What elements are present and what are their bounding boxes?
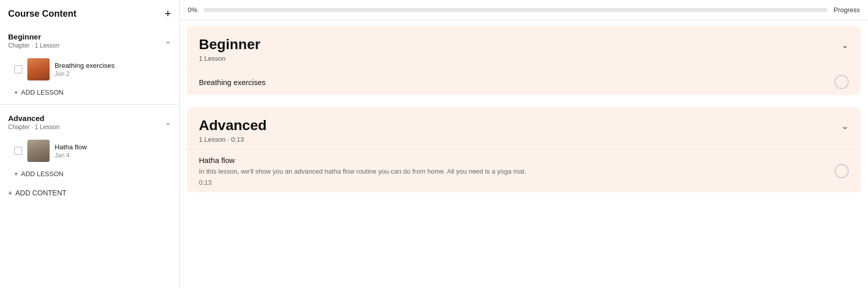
chapter-beginner-header[interactable]: Beginner Chapter · 1 Lesson ⌄ [0,27,179,54]
lesson-row-duration-hatha: 0:13 [199,179,835,186]
lesson-checkbox-hatha[interactable] [14,147,22,155]
plus-icon: + [14,89,18,96]
progress-bar-container: 0% Progress [180,0,868,20]
chapter-advanced-header[interactable]: Advanced Chapter · 1 Lesson ⌄ [0,109,179,136]
section-advanced-title: Advanced [199,117,267,134]
add-lesson-beginner-label: ADD LESSON [21,89,64,96]
section-beginner-title: Beginner [199,36,260,53]
lesson-complete-button-hatha[interactable] [835,164,849,178]
progress-label-text: Progress [834,6,860,14]
add-lesson-advanced-label: ADD LESSON [21,170,64,178]
lesson-row-breathing: Breathing exercises [187,68,861,95]
sidebar-title: Course Content [8,9,76,19]
lesson-thumb-hatha [27,140,50,162]
chevron-down-icon: ⌄ [841,120,849,132]
section-card-beginner: Beginner 1 Lesson ⌄ Breathing exercises [187,26,861,95]
lesson-row-hatha: Hatha flow In this lesson, we'll show yo… [187,149,861,192]
chapter-beginner-subtitle: Chapter · 1 Lesson [8,42,59,49]
lesson-complete-button-breathing[interactable] [835,75,849,89]
chapter-beginner-title: Beginner [8,32,59,41]
plus-icon: + [14,170,18,178]
section-advanced-subtitle: 1 Lesson · 0:13 [199,136,267,143]
add-chapter-button[interactable]: + [164,8,171,19]
lesson-date-hatha: Jan 4 [55,152,87,159]
lesson-row-title-hatha: Hatha flow [199,156,835,164]
main-content: 0% Progress Beginner 1 Lesson ⌄ Breathin… [180,0,868,288]
plus-icon: + [8,189,12,197]
chapter-divider [0,104,179,105]
chapter-advanced-subtitle: Chapter · 1 Lesson [8,124,59,131]
chapter-beginner: Beginner Chapter · 1 Lesson ⌄ Breathing … [0,27,179,100]
progress-percent: 0% [188,6,197,14]
chevron-down-icon: ⌄ [165,37,171,45]
sidebar-header: Course Content + [0,8,179,27]
chapter-advanced-title: Advanced [8,114,59,122]
progress-track [203,8,828,12]
add-lesson-advanced-button[interactable]: + ADD LESSON [0,166,179,182]
lesson-checkbox-breathing[interactable] [14,65,22,73]
lesson-item-hatha: Hatha flow Jan 4 [0,136,179,166]
section-card-beginner-header[interactable]: Beginner 1 Lesson ⌄ [187,26,861,68]
lesson-title-hatha: Hatha flow [55,143,87,151]
chevron-down-icon: ⌄ [841,39,849,51]
lesson-row-desc-hatha: In this lesson, we'll show you an advanc… [199,167,835,177]
section-card-advanced: Advanced 1 Lesson · 0:13 ⌄ Hatha flow In… [187,107,861,192]
add-lesson-beginner-button[interactable]: + ADD LESSON [0,85,179,100]
add-content-label: ADD CONTENT [15,189,66,197]
lesson-thumb-breathing [27,58,50,80]
chapter-advanced: Advanced Chapter · 1 Lesson ⌄ Hatha flow… [0,109,179,182]
add-content-button[interactable]: + ADD CONTENT [0,184,179,202]
section-beginner-subtitle: 1 Lesson [199,55,260,62]
chevron-down-icon: ⌄ [165,118,171,127]
lesson-row-title-breathing: Breathing exercises [199,78,835,87]
section-card-advanced-header[interactable]: Advanced 1 Lesson · 0:13 ⌄ [187,107,861,149]
lesson-item-breathing: Breathing exercises Jun 2 [0,54,179,85]
lesson-title-breathing: Breathing exercises [55,62,115,69]
sidebar: Course Content + Beginner Chapter · 1 Le… [0,0,180,288]
lesson-date-breathing: Jun 2 [55,70,115,77]
